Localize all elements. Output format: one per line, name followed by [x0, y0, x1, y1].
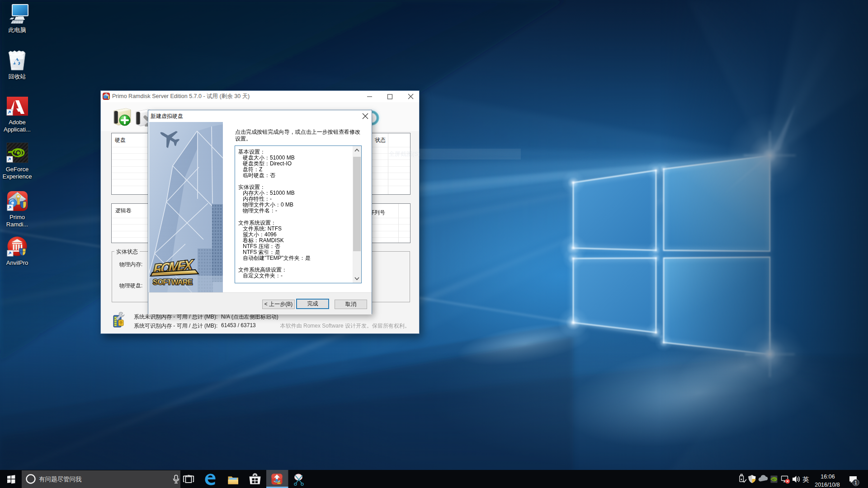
svg-text:1: 1: [854, 480, 857, 485]
svg-text:16:06: 16:06: [821, 474, 835, 480]
svg-text:2016/10/8: 2016/10/8: [815, 482, 840, 488]
svg-text:有问题尽管问我: 有问题尽管问我: [39, 476, 82, 483]
svg-text:SOFTWARE: SOFTWARE: [153, 278, 193, 286]
svg-text:英: 英: [802, 476, 809, 483]
